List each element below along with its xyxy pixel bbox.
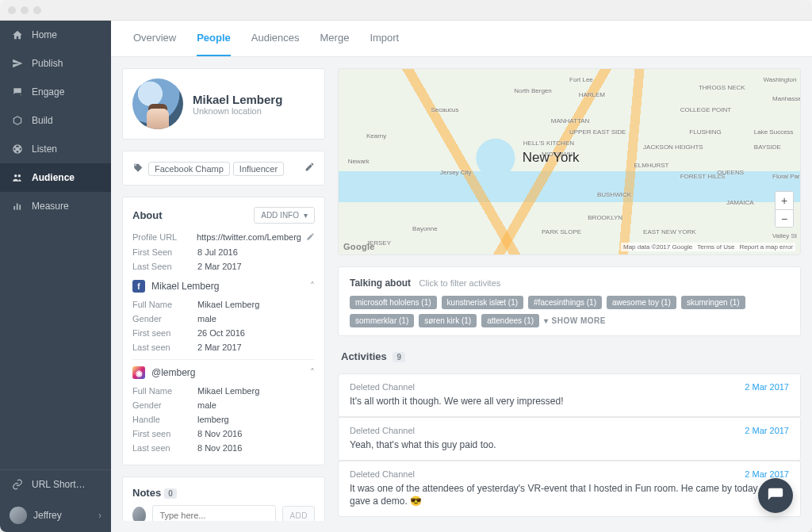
add-note-button[interactable]: ADD [282,506,315,522]
map-place-label: PARK SLOPE [542,228,581,235]
map-place-label: FLUSHING [689,128,721,136]
sidebar: HomePublishEngageBuildListenAudienceMeas… [0,21,111,532]
chevron-down-icon: ▾ [304,211,308,220]
about-value: 8 Jul 2016 [197,247,315,257]
map-place-label: Newark [348,158,370,165]
account-value: lemberg [197,415,315,424]
talking-about-hint: Click to filter activites [419,278,501,288]
map-place-label: JACKSON HEIGHTS [643,144,703,151]
tab-overview[interactable]: Overview [133,21,176,56]
topic-pill[interactable]: #facesinthings (1) [528,296,602,309]
topic-pill[interactable]: sommerklar (1) [350,314,414,327]
topic-pill[interactable]: skumringen (1) [681,296,745,309]
sidebar-item-measure[interactable]: Measure [0,192,111,220]
map-place-label: UPPER EAST SIDE [569,128,626,136]
map-logo: Google [343,242,375,251]
account-value: male [197,400,315,410]
activity-column: North BergenSecaucusHARLEMTHROGS NECKFor… [338,68,801,521]
tab-audiences[interactable]: Audiences [251,21,300,56]
activity-item[interactable]: Deleted Channel2 Mar 2017It was one of t… [338,461,801,518]
avatar [132,78,183,129]
chat-launcher[interactable] [758,478,793,513]
account-header-instagram[interactable]: ◉@lemberg˄ [132,359,315,384]
sidebar-item-label: Audience [32,172,75,183]
activity-item[interactable]: Deleted Channel2 Mar 2017Yeah, that's wh… [338,417,801,461]
account-value: 26 Oct 2016 [197,328,315,338]
map-place-label: Manhasset [772,95,801,102]
account-header-facebook[interactable]: fMikael Lemberg˄ [132,274,315,297]
about-row: Profile URLhttps://twitter.com/Lemberg [132,230,315,245]
map-place-label: MANHATTAN [551,117,590,124]
tag-chip[interactable]: Influencer [233,162,284,176]
profile-name: Mikael Lemberg [193,93,282,106]
cube-icon [11,114,24,127]
account-row: Gendermale [132,398,315,412]
account-value: 8 Nov 2016 [197,429,315,438]
sidebar-item-engage[interactable]: Engage [0,78,111,106]
tab-merge[interactable]: Merge [320,21,350,56]
main: OverviewPeopleAudiencesMergeImport Mikae… [111,21,812,532]
tab-people[interactable]: People [197,21,231,56]
activity-date: 2 Mar 2017 [745,426,789,435]
people-icon [11,171,24,184]
account-row: Full NameMikael Lemberg [132,297,315,312]
sidebar-item-label: Publish [32,58,63,69]
map-place-label: Jersey City [440,169,472,176]
globe-icon [11,143,24,155]
chevron-up-icon: ˄ [310,281,315,292]
about-value: 2 Mar 2017 [197,262,315,271]
bar-chart-icon [11,200,24,212]
paper-plane-icon [11,57,24,70]
topic-pill[interactable]: awesome toy (1) [607,296,676,309]
topic-pill[interactable]: attendees (1) [481,314,539,327]
tab-import[interactable]: Import [370,21,399,56]
account-row: First seen8 Nov 2016 [132,427,315,441]
add-info-button[interactable]: ADD INFO ▾ [254,207,315,224]
account-key: First seen [132,328,197,338]
activity-item[interactable]: Deleted Channel2 Mar 2017It's all worth … [338,373,801,417]
svg-rect-2 [13,206,15,210]
svg-rect-3 [17,204,18,210]
notes-input[interactable] [152,505,276,521]
edit-tags-button[interactable] [304,161,315,175]
account-value: male [197,314,315,323]
topic-pill[interactable]: kunstnerisk islæt (1) [442,296,523,309]
link-icon [11,478,24,491]
zoom-out-button[interactable]: − [776,209,793,227]
sidebar-item-label: Home [32,29,57,40]
account-key: Last seen [132,443,197,453]
account-value: Mikael Lemberg [197,386,315,396]
about-key: First Seen [132,247,197,257]
avatar [10,507,27,524]
sidebar-item-audience[interactable]: Audience [0,163,111,192]
topic-pill[interactable]: søren kirk (1) [419,314,477,327]
account-handle: Mikael Lemberg [151,281,219,292]
map-place-label: QUEENS [717,169,744,176]
facebook-icon: f [132,280,145,293]
show-more-button[interactable]: ▾ SHOW MORE [544,316,606,325]
map-center-label: New York [523,150,580,166]
window-dot [8,6,16,14]
edit-field-button[interactable] [306,232,315,243]
add-info-label: ADD INFO [261,211,299,220]
sidebar-user[interactable]: Jeffrey › [0,499,111,532]
sidebar-item-url-shortener[interactable]: URL Short… [0,470,111,499]
window-dot [21,6,29,14]
chat-icon [11,86,24,98]
sidebar-item-home[interactable]: Home [0,21,111,49]
map-place-label: Kearny [366,132,386,140]
account-key: Full Name [132,300,197,309]
window-dot [33,6,41,14]
map-zoom-controls: + − [775,191,794,228]
tag-chip[interactable]: Facebook Champ [148,162,230,176]
topic-pill[interactable]: microsoft hololens (1) [350,296,437,309]
map-place-label: Lake Success [754,128,794,136]
map[interactable]: North BergenSecaucusHARLEMTHROGS NECKFor… [338,68,801,255]
sidebar-item-publish[interactable]: Publish [0,49,111,78]
sidebar-item-listen[interactable]: Listen [0,135,111,163]
activity-body: It was one of the attendees of yesterday… [350,482,789,509]
zoom-in-button[interactable]: + [776,192,793,209]
map-place-label: Secaucus [431,106,458,113]
activity-body: Yeah, that's what this guy paid too. [350,438,789,452]
sidebar-item-build[interactable]: Build [0,106,111,135]
